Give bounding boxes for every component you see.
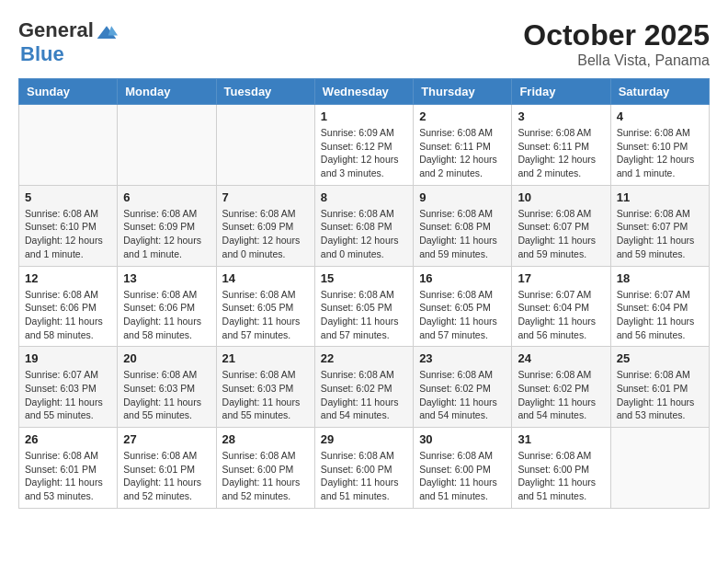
day-number: 27 [123,432,210,446]
day-number: 23 [419,351,506,365]
table-row [610,428,709,509]
table-row: 18Sunrise: 6:07 AM Sunset: 6:04 PM Dayli… [610,266,709,347]
logo-general: General Blue [18,18,119,66]
calendar-week-row: 19Sunrise: 6:07 AM Sunset: 6:03 PM Dayli… [19,347,710,428]
day-number: 16 [419,271,506,285]
day-number: 14 [222,271,309,285]
table-row: 21Sunrise: 6:08 AM Sunset: 6:03 PM Dayli… [216,347,314,428]
table-row: 28Sunrise: 6:08 AM Sunset: 6:00 PM Dayli… [216,428,314,509]
location-title: Bella Vista, Panama [523,52,710,69]
day-info: Sunrise: 6:08 AM Sunset: 6:08 PM Dayligh… [419,207,506,261]
day-number: 10 [518,190,604,204]
table-row: 14Sunrise: 6:08 AM Sunset: 6:05 PM Dayli… [216,266,314,347]
title-block: October 2025 Bella Vista, Panama [523,18,710,69]
day-info: Sunrise: 6:08 AM Sunset: 6:07 PM Dayligh… [617,207,703,261]
header-wednesday: Wednesday [314,79,413,105]
day-number: 17 [518,271,604,285]
day-info: Sunrise: 6:08 AM Sunset: 6:05 PM Dayligh… [419,288,506,342]
day-number: 3 [518,109,604,123]
header-sunday: Sunday [19,79,118,105]
table-row [118,105,216,186]
table-row: 22Sunrise: 6:08 AM Sunset: 6:02 PM Dayli… [314,347,413,428]
day-number: 9 [419,190,506,204]
day-info: Sunrise: 6:07 AM Sunset: 6:04 PM Dayligh… [617,288,703,342]
day-info: Sunrise: 6:08 AM Sunset: 6:09 PM Dayligh… [123,207,210,261]
table-row: 13Sunrise: 6:08 AM Sunset: 6:06 PM Dayli… [118,266,216,347]
day-info: Sunrise: 6:09 AM Sunset: 6:12 PM Dayligh… [321,126,407,180]
day-info: Sunrise: 6:07 AM Sunset: 6:03 PM Dayligh… [25,368,111,422]
table-row: 2Sunrise: 6:08 AM Sunset: 6:11 PM Daylig… [414,105,512,186]
weekday-header-row: Sunday Monday Tuesday Wednesday Thursday… [19,79,710,105]
day-info: Sunrise: 6:08 AM Sunset: 6:01 PM Dayligh… [123,449,210,503]
table-row: 23Sunrise: 6:08 AM Sunset: 6:02 PM Dayli… [414,347,512,428]
day-number: 22 [321,351,407,365]
day-info: Sunrise: 6:08 AM Sunset: 6:00 PM Dayligh… [518,449,604,503]
day-number: 25 [617,351,703,365]
table-row [216,105,314,186]
table-row: 26Sunrise: 6:08 AM Sunset: 6:01 PM Dayli… [19,428,118,509]
day-number: 1 [321,109,407,123]
table-row: 30Sunrise: 6:08 AM Sunset: 6:00 PM Dayli… [414,428,512,509]
day-number: 13 [123,271,210,285]
day-number: 30 [419,432,506,446]
day-number: 6 [123,190,210,204]
day-info: Sunrise: 6:08 AM Sunset: 6:02 PM Dayligh… [321,368,407,422]
day-number: 26 [25,432,111,446]
calendar-week-row: 26Sunrise: 6:08 AM Sunset: 6:01 PM Dayli… [19,428,710,509]
day-number: 31 [518,432,604,446]
day-info: Sunrise: 6:08 AM Sunset: 6:08 PM Dayligh… [321,207,407,261]
day-number: 5 [25,190,111,204]
logo-text-blue: Blue [20,42,64,65]
table-row: 27Sunrise: 6:08 AM Sunset: 6:01 PM Dayli… [118,428,216,509]
calendar-week-row: 1Sunrise: 6:09 AM Sunset: 6:12 PM Daylig… [19,105,710,186]
day-number: 7 [222,190,309,204]
day-number: 11 [617,190,703,204]
day-info: Sunrise: 6:08 AM Sunset: 6:00 PM Dayligh… [321,449,407,503]
day-info: Sunrise: 6:08 AM Sunset: 6:00 PM Dayligh… [419,449,506,503]
table-row: 12Sunrise: 6:08 AM Sunset: 6:06 PM Dayli… [19,266,118,347]
table-row: 19Sunrise: 6:07 AM Sunset: 6:03 PM Dayli… [19,347,118,428]
table-row: 15Sunrise: 6:08 AM Sunset: 6:05 PM Dayli… [314,266,413,347]
day-number: 24 [518,351,604,365]
header-thursday: Thursday [414,79,512,105]
header-tuesday: Tuesday [216,79,314,105]
day-number: 12 [25,271,111,285]
day-number: 18 [617,271,703,285]
table-row: 25Sunrise: 6:08 AM Sunset: 6:01 PM Dayli… [610,347,709,428]
day-info: Sunrise: 6:08 AM Sunset: 6:05 PM Dayligh… [321,288,407,342]
day-info: Sunrise: 6:08 AM Sunset: 6:02 PM Dayligh… [518,368,604,422]
table-row: 10Sunrise: 6:08 AM Sunset: 6:07 PM Dayli… [512,185,610,266]
header-friday: Friday [512,79,610,105]
calendar-table: Sunday Monday Tuesday Wednesday Thursday… [18,78,710,509]
day-info: Sunrise: 6:08 AM Sunset: 6:00 PM Dayligh… [222,449,309,503]
day-info: Sunrise: 6:08 AM Sunset: 6:05 PM Dayligh… [222,288,309,342]
table-row: 3Sunrise: 6:08 AM Sunset: 6:11 PM Daylig… [512,105,610,186]
day-number: 21 [222,351,309,365]
day-info: Sunrise: 6:08 AM Sunset: 6:03 PM Dayligh… [222,368,309,422]
logo-icon [96,24,118,42]
calendar-week-row: 12Sunrise: 6:08 AM Sunset: 6:06 PM Dayli… [19,266,710,347]
day-info: Sunrise: 6:08 AM Sunset: 6:01 PM Dayligh… [25,449,111,503]
day-info: Sunrise: 6:08 AM Sunset: 6:06 PM Dayligh… [25,288,111,342]
page-header: General Blue October 2025 Bella Vista, P… [18,18,710,69]
table-row: 29Sunrise: 6:08 AM Sunset: 6:00 PM Dayli… [314,428,413,509]
table-row [19,105,118,186]
table-row: 5Sunrise: 6:08 AM Sunset: 6:10 PM Daylig… [19,185,118,266]
calendar-week-row: 5Sunrise: 6:08 AM Sunset: 6:10 PM Daylig… [19,185,710,266]
day-number: 29 [321,432,407,446]
table-row: 17Sunrise: 6:07 AM Sunset: 6:04 PM Dayli… [512,266,610,347]
table-row: 8Sunrise: 6:08 AM Sunset: 6:08 PM Daylig… [314,185,413,266]
day-number: 15 [321,271,407,285]
table-row: 20Sunrise: 6:08 AM Sunset: 6:03 PM Dayli… [118,347,216,428]
day-info: Sunrise: 6:07 AM Sunset: 6:04 PM Dayligh… [518,288,604,342]
day-info: Sunrise: 6:08 AM Sunset: 6:03 PM Dayligh… [123,368,210,422]
day-info: Sunrise: 6:08 AM Sunset: 6:07 PM Dayligh… [518,207,604,261]
day-info: Sunrise: 6:08 AM Sunset: 6:10 PM Dayligh… [617,126,703,180]
table-row: 7Sunrise: 6:08 AM Sunset: 6:09 PM Daylig… [216,185,314,266]
day-number: 28 [222,432,309,446]
table-row: 11Sunrise: 6:08 AM Sunset: 6:07 PM Dayli… [610,185,709,266]
table-row: 4Sunrise: 6:08 AM Sunset: 6:10 PM Daylig… [610,105,709,186]
table-row: 9Sunrise: 6:08 AM Sunset: 6:08 PM Daylig… [414,185,512,266]
day-info: Sunrise: 6:08 AM Sunset: 6:01 PM Dayligh… [617,368,703,422]
logo-text-general: General [18,18,94,41]
